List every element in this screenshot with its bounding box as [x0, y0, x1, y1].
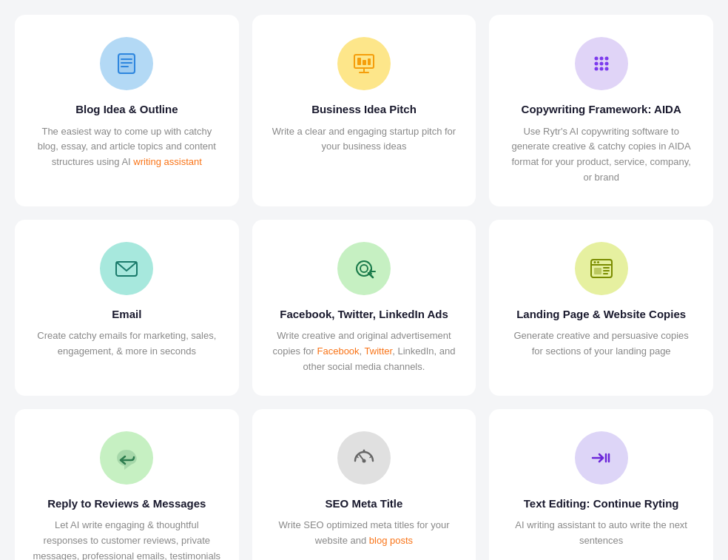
card-desc-text-editing: AI writing assistant to auto write the n…: [507, 518, 695, 549]
card-business-idea[interactable]: Business Idea PitchWrite a clear and eng…: [252, 15, 476, 206]
svg-point-15: [599, 62, 603, 66]
email-icon: [100, 242, 153, 295]
card-blog-idea[interactable]: Blog Idea & OutlineThe easiest way to co…: [15, 15, 239, 206]
svg-point-18: [599, 67, 603, 71]
svg-rect-25: [594, 268, 601, 274]
svg-point-11: [594, 57, 598, 61]
card-email[interactable]: EmailCreate catchy emails for marketing,…: [15, 220, 239, 396]
svg-rect-9: [363, 60, 366, 65]
svg-point-19: [604, 67, 608, 71]
card-seo-meta[interactable]: SEO Meta TitleWrite SEO optimized meta t…: [252, 409, 476, 560]
webpage-icon: [575, 242, 628, 295]
presentation-icon: [337, 37, 391, 90]
card-title-text-editing: Text Editing: Continue Ryting: [524, 496, 679, 511]
card-title-seo-meta: SEO Meta Title: [326, 496, 403, 511]
svg-point-33: [363, 449, 365, 451]
card-desc-social-ads: Write creative and original advertisemen…: [270, 328, 459, 374]
reply-icon: [100, 431, 153, 485]
svg-point-16: [604, 62, 608, 66]
cards-grid: Blog Idea & OutlineThe easiest way to co…: [15, 15, 713, 560]
document-list-icon: [100, 37, 153, 90]
card-reply-reviews[interactable]: Reply to Reviews & MessagesLet AI write …: [15, 409, 239, 560]
continue-writing-icon: [575, 431, 628, 485]
card-desc-reply-reviews: Let AI write engaging & thoughtful respo…: [33, 518, 221, 560]
card-title-business-idea: Business Idea Pitch: [311, 102, 417, 117]
card-title-social-ads: Facebook, Twitter, LinkedIn Ads: [280, 307, 448, 322]
svg-point-29: [593, 261, 596, 263]
svg-rect-10: [368, 58, 371, 65]
card-title-blog-idea: Blog Idea & Outline: [75, 102, 178, 117]
card-title-email: Email: [112, 307, 141, 322]
speedometer-icon: [337, 431, 391, 485]
card-desc-business-idea: Write a clear and engaging startup pitch…: [270, 124, 459, 155]
card-desc-seo-meta: Write SEO optimized meta titles for your…: [270, 518, 459, 549]
card-desc-copywriting-aida: Use Rytr's AI copywriting software to ge…: [507, 124, 695, 186]
card-landing-page[interactable]: Landing Page & Website CopiesGenerate cr…: [489, 220, 713, 396]
card-title-reply-reviews: Reply to Reviews & Messages: [47, 496, 206, 511]
card-desc-email: Create catchy emails for marketing, sale…: [33, 328, 221, 360]
cursor-target-icon: [337, 242, 391, 295]
card-desc-landing-page: Generate creative and persuasive copies …: [507, 328, 695, 360]
grid-dots-icon: [575, 37, 628, 90]
svg-line-32: [360, 455, 364, 461]
card-title-landing-page: Landing Page & Website Copies: [516, 307, 686, 322]
svg-point-12: [599, 57, 603, 61]
svg-point-14: [594, 62, 598, 66]
svg-point-30: [597, 261, 599, 263]
svg-point-22: [360, 265, 368, 272]
card-desc-blog-idea: The easiest way to come up with catchy b…: [33, 124, 221, 170]
card-copywriting-aida[interactable]: Copywriting Framework: AIDAUse Rytr's AI…: [489, 15, 713, 206]
svg-rect-8: [357, 58, 361, 65]
card-text-editing[interactable]: Text Editing: Continue RytingAI writing …: [489, 409, 713, 560]
card-title-copywriting-aida: Copywriting Framework: AIDA: [522, 102, 681, 117]
card-social-ads[interactable]: Facebook, Twitter, LinkedIn AdsWrite cre…: [252, 220, 476, 396]
svg-point-17: [594, 67, 598, 71]
svg-point-13: [604, 57, 608, 61]
